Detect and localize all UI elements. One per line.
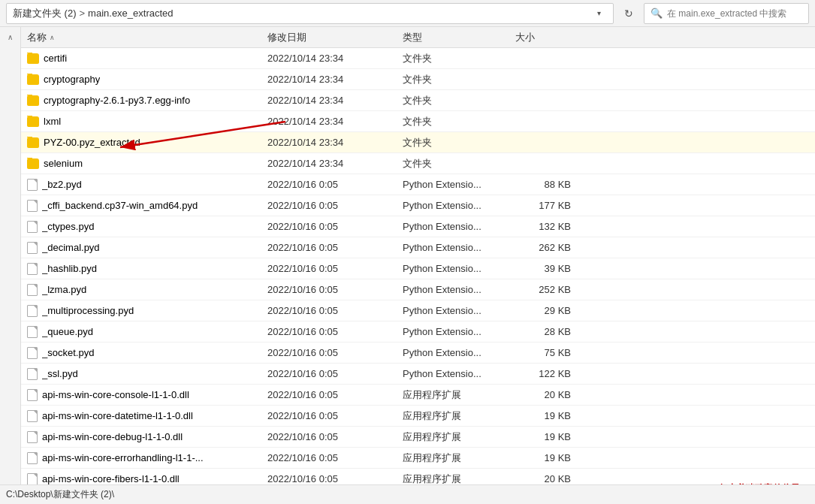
- nav-arrow-up[interactable]: ∧: [8, 33, 13, 41]
- col-header-name[interactable]: 名称 ∧: [27, 31, 267, 44]
- file-name-text: _ssl.pyd: [42, 368, 78, 379]
- table-row[interactable]: _lzma.pyd 2022/10/16 0:05 Python Extensi…: [21, 279, 815, 300]
- cell-type: 应用程序扩展: [403, 472, 515, 486]
- cell-date: 2022/10/16 0:05: [267, 242, 403, 253]
- cell-type: 应用程序扩展: [403, 451, 515, 465]
- table-row[interactable]: _ctypes.pyd 2022/10/16 0:05 Python Exten…: [21, 216, 815, 237]
- cell-type: 文件夹: [403, 52, 515, 65]
- table-row[interactable]: api-ms-win-core-console-l1-1-0.dll 2022/…: [21, 385, 815, 406]
- main-area: ∧ 名称 ∧ 修改日期 类型 大小 certifi 2022/10/14 23:…: [0, 27, 815, 504]
- breadcrumb-part1: 新建文件夹 (2): [13, 7, 77, 20]
- table-row[interactable]: cryptography-2.6.1-py3.7.egg-info 2022/1…: [21, 90, 815, 111]
- cell-size: 262 KB: [515, 242, 583, 253]
- table-row[interactable]: _cffi_backend.cp37-win_amd64.pyd 2022/10…: [21, 195, 815, 216]
- file-name-text: lxml: [44, 116, 61, 127]
- breadcrumb[interactable]: 新建文件夹 (2) > main.exe_extracted ▾: [6, 3, 614, 24]
- cell-type: 应用程序扩展: [403, 409, 515, 423]
- cell-size: 122 KB: [515, 368, 583, 379]
- table-row[interactable]: selenium 2022/10/14 23:34 文件夹: [21, 153, 815, 174]
- cell-size: 39 KB: [515, 263, 583, 274]
- cell-size: 19 KB: [515, 431, 583, 442]
- file-icon: [27, 179, 38, 191]
- refresh-button[interactable]: ↻: [618, 3, 639, 24]
- cell-size: 19 KB: [515, 410, 583, 421]
- cell-name: api-ms-win-core-datetime-l1-1-0.dll: [27, 410, 267, 422]
- folder-icon: [27, 74, 39, 85]
- cell-date: 2022/10/16 0:05: [267, 221, 403, 232]
- table-row[interactable]: api-ms-win-core-datetime-l1-1-0.dll 2022…: [21, 406, 815, 427]
- cell-name: api-ms-win-core-fibers-l1-1-0.dll: [27, 473, 267, 485]
- cell-type: 文件夹: [403, 115, 515, 128]
- table-row[interactable]: _hashlib.pyd 2022/10/16 0:05 Python Exte…: [21, 258, 815, 279]
- bottom-bar-text: C:\Desktop\新建文件夹 (2)\: [6, 488, 114, 501]
- file-name-text: cryptography: [44, 74, 100, 85]
- cell-date: 2022/10/14 23:34: [267, 74, 403, 85]
- file-name-text: _ctypes.pyd: [42, 221, 94, 232]
- search-input[interactable]: [667, 8, 795, 19]
- cell-name: cryptography-2.6.1-py3.7.egg-info: [27, 95, 267, 106]
- cell-type: Python Extensio...: [403, 263, 515, 274]
- breadcrumb-dropdown-button[interactable]: ▾: [590, 3, 607, 24]
- cell-name: lxml: [27, 116, 267, 127]
- file-icon: [27, 473, 38, 485]
- cell-size: 75 KB: [515, 347, 583, 358]
- cell-type: 应用程序扩展: [403, 388, 515, 402]
- sort-arrow-icon: ∧: [50, 34, 55, 41]
- file-icon: [27, 284, 38, 296]
- table-row[interactable]: certifi 2022/10/14 23:34 文件夹: [21, 48, 815, 69]
- cell-size: 132 KB: [515, 221, 583, 232]
- file-name-text: api-ms-win-core-debug-l1-1-0.dll: [42, 431, 183, 442]
- file-icon: [27, 431, 38, 443]
- cell-date: 2022/10/16 0:05: [267, 263, 403, 274]
- cell-type: Python Extensio...: [403, 221, 515, 232]
- file-icon: [27, 410, 38, 422]
- file-name-text: _multiprocessing.pyd: [42, 305, 134, 316]
- table-row[interactable]: api-ms-win-core-errorhandling-l1-1-... 2…: [21, 448, 815, 469]
- nav-pane: ∧: [0, 27, 21, 504]
- search-icon: 🔍: [650, 8, 663, 19]
- file-name-text: _decimal.pyd: [42, 242, 100, 253]
- cell-type: 文件夹: [403, 94, 515, 107]
- bottom-bar: C:\Desktop\新建文件夹 (2)\: [0, 484, 815, 504]
- table-row[interactable]: _socket.pyd 2022/10/16 0:05 Python Exten…: [21, 343, 815, 364]
- file-name-text: selenium: [44, 158, 83, 169]
- cell-date: 2022/10/16 0:05: [267, 347, 403, 358]
- table-row[interactable]: _queue.pyd 2022/10/16 0:05 Python Extens…: [21, 321, 815, 343]
- col-header-date[interactable]: 修改日期: [267, 31, 403, 44]
- table-row[interactable]: _bz2.pyd 2022/10/16 0:05 Python Extensio…: [21, 174, 815, 195]
- cell-type: Python Extensio...: [403, 305, 515, 316]
- table-row[interactable]: lxml 2022/10/14 23:34 文件夹: [21, 111, 815, 132]
- cell-name: cryptography: [27, 74, 267, 85]
- table-row[interactable]: _ssl.pyd 2022/10/16 0:05 Python Extensio…: [21, 364, 815, 385]
- title-bar: 新建文件夹 (2) > main.exe_extracted ▾ ↻ 🔍: [0, 0, 815, 27]
- cell-type: Python Extensio...: [403, 200, 515, 211]
- file-name-text: _socket.pyd: [42, 347, 94, 358]
- col-header-type[interactable]: 类型: [403, 31, 515, 44]
- cell-name: certifi: [27, 53, 267, 64]
- search-box: 🔍: [644, 3, 809, 24]
- cell-type: 文件夹: [403, 73, 515, 86]
- file-icon: [27, 200, 38, 212]
- table-row[interactable]: _multiprocessing.pyd 2022/10/16 0:05 Pyt…: [21, 300, 815, 321]
- cell-date: 2022/10/16 0:05: [267, 200, 403, 211]
- file-name-text: _lzma.pyd: [42, 284, 86, 295]
- table-row[interactable]: PYZ-00.pyz_extracted 2022/10/14 23:34 文件…: [21, 132, 815, 153]
- cell-date: 2022/10/16 0:05: [267, 179, 403, 190]
- cell-type: Python Extensio...: [403, 242, 515, 253]
- cell-name: PYZ-00.pyz_extracted: [27, 137, 267, 148]
- file-name-text: _hashlib.pyd: [42, 263, 97, 274]
- cell-name: _queue.pyd: [27, 326, 267, 338]
- file-list-container: 名称 ∧ 修改日期 类型 大小 certifi 2022/10/14 23:34…: [21, 27, 815, 504]
- cell-date: 2022/10/16 0:05: [267, 305, 403, 316]
- file-name-text: api-ms-win-core-datetime-l1-1-0.dll: [42, 410, 193, 421]
- col-header-size[interactable]: 大小: [515, 31, 583, 44]
- folder-icon: [27, 158, 39, 169]
- cell-size: 20 KB: [515, 473, 583, 484]
- file-name-text: api-ms-win-core-errorhandling-l1-1-...: [42, 452, 204, 463]
- cell-type: Python Extensio...: [403, 347, 515, 358]
- table-row[interactable]: api-ms-win-core-debug-l1-1-0.dll 2022/10…: [21, 427, 815, 448]
- cell-name: _decimal.pyd: [27, 242, 267, 254]
- table-row[interactable]: cryptography 2022/10/14 23:34 文件夹: [21, 69, 815, 90]
- cell-type: Python Extensio...: [403, 326, 515, 337]
- table-row[interactable]: _decimal.pyd 2022/10/16 0:05 Python Exte…: [21, 237, 815, 258]
